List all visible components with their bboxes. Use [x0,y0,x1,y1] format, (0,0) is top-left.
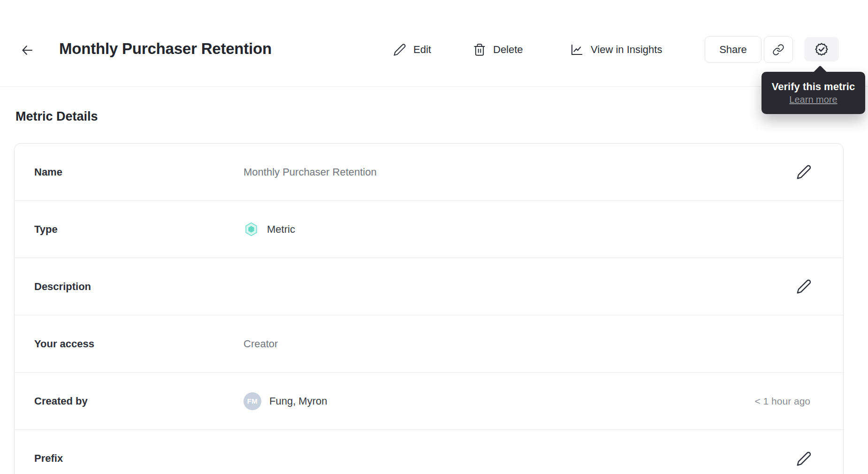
delete-button-label: Delete [493,44,523,56]
metric-details-page: Monthly Purchaser Retention Edit Delete … [0,0,868,474]
pencil-icon [796,279,812,294]
detail-row: Description [15,258,843,315]
row-timestamp: < 1 hour ago [754,396,810,407]
verified-badge-icon [814,42,829,57]
row-value: Metric [267,223,295,236]
detail-row: Prefix [15,430,843,474]
copy-link-button[interactable] [764,36,793,63]
pencil-icon [796,451,812,466]
row-label: Prefix [34,452,244,465]
line-chart-icon [570,43,584,57]
row-label: Type [34,223,244,236]
verify-tooltip: Verify this metric Learn more [761,72,865,114]
section-title: Metric Details [15,109,98,124]
detail-row: Type Metric [15,201,843,258]
view-in-insights-button[interactable]: View in Insights [570,37,662,63]
detail-row: Created by FM Fung, Myron < 1 hour ago [15,373,843,430]
row-label: Name [34,166,244,178]
arrow-left-icon [20,43,34,57]
trash-icon [473,43,486,56]
row-edit-button[interactable] [794,449,813,468]
share-button[interactable]: Share [705,36,761,63]
share-button-label: Share [719,44,747,56]
details-card: Name Monthly Purchaser Retention [14,143,844,474]
tooltip-learn-more-link[interactable]: Learn more [789,94,837,105]
row-value: Fung, Myron [269,395,327,407]
row-value: Monthly Purchaser Retention [244,166,377,178]
delete-button[interactable]: Delete [473,37,523,63]
pencil-icon [393,43,406,56]
row-label: Created by [34,395,244,407]
pencil-icon [796,164,812,180]
metric-hexagon-icon [244,222,259,237]
row-label: Description [34,281,244,293]
header-divider [0,86,868,87]
edit-button[interactable]: Edit [393,37,431,63]
row-edit-button[interactable] [794,163,813,182]
row-value: Creator [244,338,278,350]
avatar: FM [244,392,261,410]
view-in-insights-label: View in Insights [591,44,662,56]
row-label: Your access [34,338,244,350]
edit-button-label: Edit [413,44,431,56]
back-button[interactable] [19,42,36,59]
verify-metric-button[interactable] [804,37,839,61]
tooltip-title: Verify this metric [772,81,855,93]
detail-row: Name Monthly Purchaser Retention [15,144,843,201]
row-edit-button[interactable] [794,277,813,296]
detail-row: Your access Creator [15,315,843,373]
link-icon [772,44,784,56]
tooltip-arrow [813,65,827,80]
page-title: Monthly Purchaser Retention [59,40,272,58]
